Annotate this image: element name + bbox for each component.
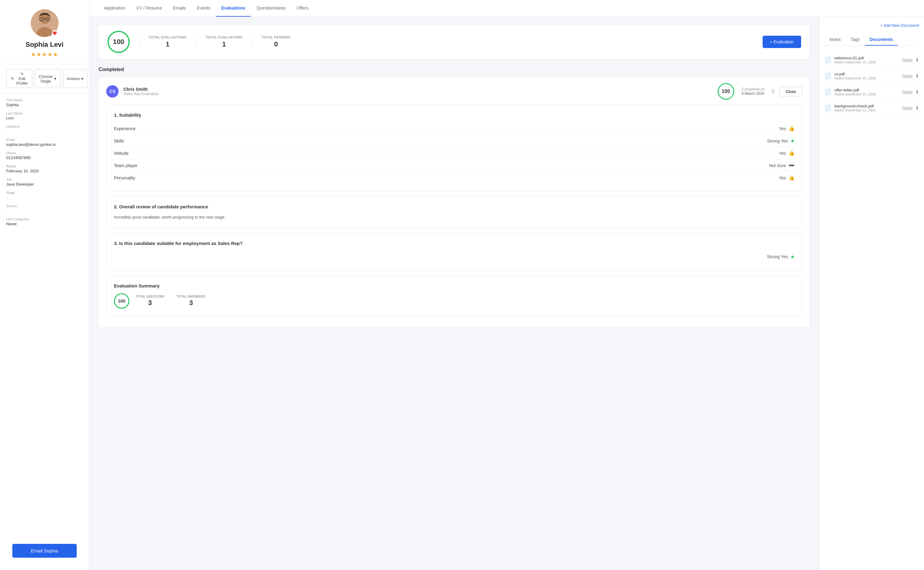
suitability-q3-block: 3. Is this candidate suitable for employ… <box>106 233 802 271</box>
nav-tab-evaluations[interactable]: Evaluations <box>216 0 251 17</box>
answer-text: Yes <box>779 175 786 180</box>
info-label: Stage <box>6 191 83 195</box>
delete-eval-icon[interactable]: 🗑 <box>771 88 776 95</box>
document-info: background-check.pdf Added September 21,… <box>834 104 899 112</box>
edit-profile-button[interactable]: ✎ ✎ Edit Profile <box>6 69 32 88</box>
info-value: sophia.levi@demo.gohire.io <box>6 142 83 147</box>
answer-icon: 👍 <box>789 150 795 156</box>
delete-document-link[interactable]: Delete <box>902 90 913 94</box>
document-name: background-check.pdf <box>834 104 899 108</box>
chevron-down-icon: ▾ <box>54 76 56 81</box>
total-evaluators-stat: TOTAL EVALUATORS 1 <box>206 35 243 48</box>
answer-icon: ➖ <box>789 162 795 169</box>
question-text: Experience <box>114 126 135 131</box>
answer-area: Yes 👍 <box>779 150 795 156</box>
info-value: Levi <box>6 116 83 120</box>
document-icon: 📄 <box>824 57 831 63</box>
candidate-profile: ❤️ Sophia Levi ★★★★★ <box>0 0 89 64</box>
document-actions: Delete ⬇ <box>902 89 919 95</box>
question-text: Skills <box>114 138 124 143</box>
completed-section-title: Completed <box>98 67 810 72</box>
document-info: offer-letter.pdf Added September 21, 202… <box>834 88 899 96</box>
document-item: 📄 offer-letter.pdf Added September 21, 2… <box>824 84 919 100</box>
sidebar-info: First Name Sophia Last Name Levi Headlin… <box>0 93 89 236</box>
delete-document-link[interactable]: Delete <box>902 74 913 78</box>
document-info: cv.pdf Added September 21, 2020 <box>834 72 899 80</box>
choose-stage-button[interactable]: Choose Stage ▾ <box>35 69 60 88</box>
rpanel-tab-tags[interactable]: Tags <box>846 34 865 46</box>
add-new-document-button[interactable]: + Add New Document <box>880 22 919 29</box>
document-item: 📄 cv.pdf Added September 21, 2020 Delete… <box>824 68 919 84</box>
document-name: offer-letter.pdf <box>834 88 899 92</box>
email-sophia-button[interactable]: Email Sophia <box>12 544 77 558</box>
info-value: Java Developer <box>6 182 83 187</box>
download-document-icon[interactable]: ⬇ <box>915 105 919 111</box>
nav-tab-events[interactable]: Events <box>192 0 216 17</box>
nav-tab-cv-resume[interactable]: CV / Resume <box>131 0 167 17</box>
overall-review-title: 2. Overall review of candidate performan… <box>114 204 795 209</box>
info-field-added: Added February 10, 2020 <box>6 164 83 173</box>
document-name: cv.pdf <box>834 72 899 76</box>
overall-score-circle: 100 <box>107 31 130 53</box>
candidate-name: Sophia Levi <box>26 41 63 49</box>
answer-text: Yes <box>779 151 786 156</box>
main-content: ApplicationCV / ResumeEmailsEventsEvalua… <box>89 0 924 570</box>
answer-text: Yes <box>779 126 786 131</box>
documents-list: 📄 reference-01.pdf Added September 21, 2… <box>824 52 919 116</box>
eval-score: 100 <box>718 83 734 100</box>
info-field-last-name: Last Name Levi <box>6 112 83 120</box>
info-field-email: Email sophia.levi@demo.gohire.io <box>6 138 83 147</box>
evaluator-name: Chris Smith <box>123 87 713 92</box>
content-area: 100 TOTAL EVALUATIONS 1 TOTAL EVALUATORS… <box>89 17 924 570</box>
download-document-icon[interactable]: ⬇ <box>915 89 919 95</box>
pencil-icon: ✎ <box>11 76 14 81</box>
document-date: Added September 21, 2020 <box>834 92 899 96</box>
overall-review-text: Incredibly good candidate, worth progres… <box>114 214 795 221</box>
evaluator-info: Chris Smith Sales Rep Evaluation <box>123 87 713 96</box>
nav-tab-offers[interactable]: Offers <box>291 0 314 17</box>
sidebar: ❤️ Sophia Levi ★★★★★ ✎ ✎ Edit Profile Ch… <box>0 0 89 570</box>
delete-document-link[interactable]: Delete <box>902 58 913 62</box>
rpanel-tab-notes[interactable]: Notes <box>824 34 846 46</box>
info-field-headline: Headline - <box>6 125 83 133</box>
nav-tab-emails[interactable]: Emails <box>167 0 192 17</box>
question-text: Attitude <box>114 151 129 156</box>
info-field-source: Source - <box>6 204 83 213</box>
suitability-title: 1. Suitability <box>114 112 795 118</box>
suitability-row: Skills Strong Yes ★ <box>114 135 795 147</box>
eval-header: CS Chris Smith Sales Rep Evaluation 100 … <box>106 83 802 100</box>
info-label: Last Name <box>6 112 83 115</box>
close-eval-button[interactable]: Close <box>779 87 802 97</box>
nav-tab-questionnaires[interactable]: Questionnaires <box>251 0 291 17</box>
info-label: Phone <box>6 151 83 155</box>
suitability-block: 1. Suitability Experience Yes 👍 Skills S… <box>106 105 802 192</box>
info-label: Last Contacted <box>6 217 83 221</box>
right-panel-header: + Add New Document <box>824 22 919 29</box>
download-document-icon[interactable]: ⬇ <box>915 73 919 79</box>
answer-area: Yes 👍 <box>779 175 795 181</box>
summary-stats: TOTAL QUESTIONS 3 TOTAL ANSWERED 3 <box>135 295 206 307</box>
total-pending-stat: TOTAL PENDING 0 <box>261 35 291 48</box>
question-text: Team player <box>114 163 137 168</box>
info-label: Source <box>6 204 83 208</box>
suitability-row: Personality Yes 👍 <box>114 172 795 184</box>
add-evaluation-button[interactable]: + Evaluation <box>763 36 801 48</box>
answer-text: Not Sure <box>769 163 786 168</box>
suitability-q3-answer-text: Strong Yes <box>767 254 788 259</box>
total-questions-stat: TOTAL QUESTIONS 3 <box>135 295 164 307</box>
answer-area: Not Sure ➖ <box>769 162 795 169</box>
info-field-first-name: First Name Sophia <box>6 98 83 107</box>
info-label: First Name <box>6 98 83 102</box>
rpanel-tab-documents[interactable]: Documents <box>864 34 898 46</box>
actions-button[interactable]: Actions ▾ <box>63 69 88 88</box>
summary-title: Evaluation Summary <box>114 283 795 288</box>
total-evaluations-stat: TOTAL EVALUATIONS 1 <box>149 35 187 48</box>
suitability-q3-row: Strong Yes ★ <box>114 251 795 263</box>
delete-document-link[interactable]: Delete <box>902 106 913 110</box>
eval-action-area: 🗑 Close <box>771 87 802 97</box>
right-panel: + Add New Document NotesTagsDocuments 📄 … <box>819 17 924 570</box>
nav-tab-application[interactable]: Application <box>98 0 131 17</box>
summary-score-circle: 100 <box>114 293 129 309</box>
download-document-icon[interactable]: ⬇ <box>915 57 919 63</box>
document-date: Added September 21, 2020 <box>834 76 899 80</box>
